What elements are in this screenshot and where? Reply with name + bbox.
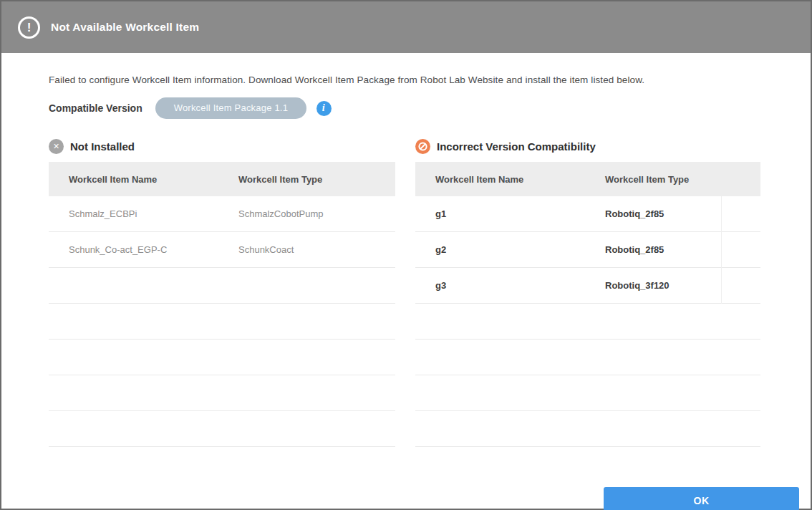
workcell-item-name: g2 [415,244,585,255]
table-row-empty [415,411,760,447]
table-row-empty [49,375,395,411]
table-row-empty [49,411,395,447]
table-header-row: Workcell Item Name Workcell Item Type [49,162,395,196]
table-row: g3 Robotiq_3f120 [415,268,760,304]
incorrect-version-header: Incorrect Version Compatibility [415,138,760,154]
compatible-version-label: Compatible Version [49,102,142,114]
column-header: Workcell Item Type [218,174,322,185]
section-title: Not Installed [70,140,135,153]
table-row: g1 Robotiq_2f85 [415,196,760,232]
table-row-empty [415,375,760,411]
column-header: Workcell Item Name [415,174,585,185]
tables-container: ✕ Not Installed Workcell Item Name Workc… [49,138,763,447]
workcell-item-name: Schunk_Co-act_EGP-C [49,244,218,255]
workcell-item-type: Robotiq_2f85 [585,208,664,219]
ok-button[interactable]: OK [604,487,799,510]
table-row: Schmalz_ECBPi SchmalzCobotPump [49,196,395,232]
workcell-item-name: g3 [415,280,585,291]
workcell-item-type: Robotiq_3f120 [585,280,670,291]
info-icon[interactable]: i [316,101,332,116]
incorrect-version-table: Workcell Item Name Workcell Item Type g1… [415,162,760,447]
workcell-item-type: Robotiq_2f85 [585,244,664,255]
alert-circle-icon: ! [18,16,40,39]
column-header: Workcell Item Type [585,174,689,185]
version-badge: Workcell Item Package 1.1 [155,97,306,119]
table-row-empty [49,268,395,304]
not-installed-header: ✕ Not Installed [49,138,395,154]
section-title: Incorrect Version Compatibility [437,140,596,153]
table-row-empty [415,340,760,375]
table-row-empty [415,304,760,340]
info-icon-glyph: i [322,103,325,113]
not-installed-section: ✕ Not Installed Workcell Item Name Workc… [49,138,395,447]
workcell-item-name: Schmalz_ECBPi [49,208,218,219]
table-header-row: Workcell Item Name Workcell Item Type [415,162,760,196]
dialog-titlebar: ! Not Available Workcell Item [1,1,811,53]
table-row-empty [49,340,395,375]
dialog-body: Failed to configure Workcell Item inform… [1,74,811,510]
not-installed-table: Workcell Item Name Workcell Item Type Sc… [49,162,395,447]
x-circle-icon: ✕ [49,139,64,154]
dialog-message: Failed to configure Workcell Item inform… [49,74,763,85]
workcell-item-type: SchunkCoact [218,244,294,255]
compatible-version-row: Compatible Version Workcell Item Package… [49,97,763,119]
incorrect-version-section: Incorrect Version Compatibility Workcell… [415,138,760,447]
table-row-empty [49,304,395,340]
dialog-title: Not Available Workcell Item [51,21,199,34]
table-row: g2 Robotiq_2f85 [415,232,760,268]
column-header: Workcell Item Name [49,174,218,185]
block-icon [415,139,430,154]
not-available-workcell-item-dialog: ! Not Available Workcell Item Failed to … [0,0,812,510]
table-row: Schunk_Co-act_EGP-C SchunkCoact [49,232,395,268]
workcell-item-type: SchmalzCobotPump [218,208,324,219]
workcell-item-name: g1 [415,208,585,219]
